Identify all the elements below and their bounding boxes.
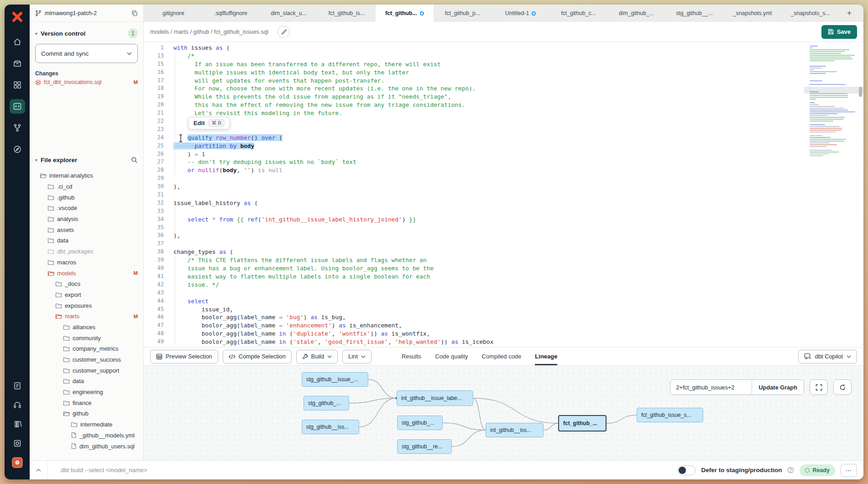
results-tab-code-quality[interactable]: Code quality bbox=[435, 347, 468, 365]
folder-item-analysis[interactable]: analysis bbox=[30, 214, 143, 225]
code-editor[interactable]: 1with issues as (13 /*15 If an issue has… bbox=[144, 42, 863, 347]
folder-item-customer_success[interactable]: customer_success bbox=[30, 354, 143, 365]
command-input[interactable]: dbt build --select <model_name> bbox=[61, 467, 147, 473]
code-line[interactable]: 47 boolor_agg(label_name = 'enhancement'… bbox=[144, 321, 863, 330]
compass-icon[interactable] bbox=[10, 142, 25, 157]
results-tab-results[interactable]: Results bbox=[402, 347, 421, 365]
develop-icon[interactable] bbox=[10, 99, 25, 114]
folder-item-models[interactable]: modelsM bbox=[30, 268, 143, 279]
lineage-node-n2[interactable]: stg_github_... bbox=[303, 396, 349, 410]
lineage-node-n7[interactable]: int_github__iss... bbox=[486, 423, 544, 437]
editor-tab-stg_github__...[interactable]: stg_github__... bbox=[665, 5, 723, 22]
code-line[interactable]: 39 /* This CTE flattens the different is… bbox=[144, 256, 863, 264]
code-line[interactable]: 13 /* bbox=[144, 52, 863, 60]
editor-tab-fct_github_c...[interactable]: fct_github_c... bbox=[549, 5, 607, 22]
lineage-node-n4[interactable]: int_github__issue_labe... bbox=[397, 390, 473, 406]
minimap[interactable] bbox=[810, 46, 857, 157]
folder-item-_docs[interactable]: _docs bbox=[30, 279, 143, 289]
save-button[interactable]: Save bbox=[821, 25, 857, 39]
docs-icon[interactable] bbox=[10, 417, 25, 431]
editor-tab-dim_github_...[interactable]: dim_github_... bbox=[607, 5, 665, 22]
results-tab-lineage[interactable]: Lineage bbox=[535, 347, 557, 365]
code-line[interactable]: 31 bbox=[144, 191, 863, 199]
code-line[interactable]: 18 For now, choose the one with more rec… bbox=[144, 84, 863, 93]
folder-item-data[interactable]: data bbox=[30, 235, 143, 246]
editor-tab-fct_github_p...[interactable]: fct_github_p... bbox=[434, 5, 492, 22]
code-line[interactable]: 48 boolor_agg(label_name in ('duplicate'… bbox=[144, 330, 863, 338]
defer-toggle[interactable] bbox=[677, 465, 695, 475]
editor-tab-Untitled-1[interactable]: Untitled-1 bbox=[492, 5, 549, 22]
preview-selection-button[interactable]: Preview Selection bbox=[150, 350, 218, 363]
code-line[interactable]: 17 will get updates for events that happ… bbox=[144, 77, 863, 85]
grid-icon[interactable] bbox=[10, 78, 25, 92]
minimap-viewport[interactable] bbox=[804, 87, 863, 94]
file-item-dim_github_users.sql[interactable]: dim_github_users.sql bbox=[30, 441, 143, 452]
folder-item-company_metrics[interactable]: company_metrics bbox=[30, 343, 143, 354]
folder-item-alliances[interactable]: alliances bbox=[30, 322, 143, 333]
search-icon[interactable] bbox=[131, 157, 138, 163]
stack-icon[interactable] bbox=[10, 56, 25, 71]
code-line[interactable]: 26 ) = 1 bbox=[144, 150, 863, 158]
editor-tab-_snapshots.yml[interactable]: _snapshots.yml bbox=[723, 5, 781, 22]
folder-item-.github[interactable]: .github bbox=[30, 192, 143, 203]
lint-button[interactable]: Lint bbox=[342, 350, 371, 363]
code-line[interactable]: 30), bbox=[144, 183, 863, 191]
folder-item-export[interactable]: export bbox=[30, 289, 143, 300]
new-tab-button[interactable]: + bbox=[839, 5, 859, 22]
editor-tab-dim_slack_u...[interactable]: dim_slack_u... bbox=[260, 5, 318, 22]
folder-item-intermediate[interactable]: intermediate bbox=[30, 419, 143, 430]
code-line[interactable]: 33 bbox=[144, 207, 863, 216]
editor-tab-.sqlfluffignore[interactable]: .sqlfluffignore bbox=[202, 5, 260, 22]
home-icon[interactable] bbox=[10, 35, 25, 49]
folder-item-community[interactable]: community bbox=[30, 332, 143, 343]
results-tab-compiled-code[interactable]: Compiled code bbox=[482, 347, 522, 365]
copilot-pen-icon[interactable] bbox=[277, 26, 290, 38]
dbt-copilot-button[interactable]: dbt Copilot bbox=[798, 350, 857, 363]
folder-item-data[interactable]: data bbox=[30, 376, 143, 387]
edit-action[interactable]: Edit bbox=[193, 120, 205, 126]
code-line[interactable]: 29 bbox=[144, 174, 863, 183]
code-line[interactable]: 19 While this prevents the old issue fro… bbox=[144, 93, 863, 101]
code-line[interactable]: 16 multiple issues with identical body t… bbox=[144, 68, 863, 77]
editor-tab-fct_github...[interactable]: fct_github... bbox=[376, 5, 434, 22]
changed-file-row[interactable]: fct_dbt_invocations.sql M bbox=[35, 79, 138, 85]
folder-item-finance[interactable]: finance bbox=[30, 397, 143, 408]
code-line[interactable]: 40 issue has a bug or enhancement label.… bbox=[144, 264, 863, 273]
code-line[interactable]: 45 issue_id, bbox=[144, 305, 863, 314]
code-line[interactable]: 36), bbox=[144, 231, 863, 240]
editor-tab-fct_github_is...[interactable]: fct_github_is... bbox=[318, 5, 376, 22]
fullscreen-button[interactable] bbox=[810, 379, 828, 395]
lineage-node-n1[interactable]: stg_github__issue_... bbox=[302, 372, 368, 387]
lineage-node-n3[interactable]: stg_github__iss... bbox=[302, 420, 359, 434]
code-line[interactable]: 15 If an issue has been transferred to a… bbox=[144, 60, 863, 68]
folder-item-.vscode[interactable]: .vscode bbox=[30, 203, 143, 214]
code-line[interactable]: 35 bbox=[144, 224, 863, 232]
editor-tab-.gitignore[interactable]: .gitignore bbox=[144, 5, 202, 22]
copy-branch-icon[interactable] bbox=[131, 10, 138, 16]
code-line[interactable]: 46 boolor_agg(label_name = 'bug') as is_… bbox=[144, 313, 863, 321]
lineage-node-n8[interactable]: fct_github_... bbox=[558, 415, 607, 431]
vertical-scrollbar[interactable] bbox=[859, 87, 862, 97]
code-line[interactable]: 1with issues as ( bbox=[144, 44, 863, 52]
editor-tab-_snapshots_s...[interactable]: _snapshots_s... bbox=[781, 5, 839, 22]
folder-item-dbt_packages[interactable]: dbt_packages bbox=[30, 246, 143, 257]
code-line[interactable]: 23 bbox=[144, 126, 863, 134]
file-item-_github__models.yml[interactable]: _github__models.yml bbox=[30, 430, 143, 441]
headset-icon[interactable] bbox=[10, 398, 25, 412]
version-control-header[interactable]: ▾ Version control 1 bbox=[30, 27, 143, 39]
git-fork-icon[interactable] bbox=[10, 121, 25, 135]
folder-item-customer_support[interactable]: customer_support bbox=[30, 365, 143, 376]
commit-and-sync-dropdown[interactable]: Commit and sync bbox=[35, 44, 138, 63]
file-explorer-header[interactable]: ▾ File explorer bbox=[30, 154, 143, 166]
folder-item-engineering[interactable]: engineering bbox=[30, 387, 143, 398]
code-line[interactable]: 37 bbox=[144, 240, 863, 248]
lineage-node-n6[interactable]: stg_github__re... bbox=[397, 439, 452, 454]
code-line[interactable]: 28 or nullif(body, '') is null bbox=[144, 166, 863, 174]
code-line[interactable]: 44 select bbox=[144, 297, 863, 305]
code-line[interactable]: 25······partition by body bbox=[144, 142, 863, 150]
ide-status-badge[interactable]: Ready bbox=[800, 464, 835, 476]
lineage-selector-input[interactable] bbox=[670, 380, 752, 395]
code-line[interactable]: 32issue_label_history as ( bbox=[144, 199, 863, 207]
code-line[interactable]: 20 this has the effect of removing the n… bbox=[144, 101, 863, 109]
refresh-button[interactable] bbox=[833, 379, 852, 395]
